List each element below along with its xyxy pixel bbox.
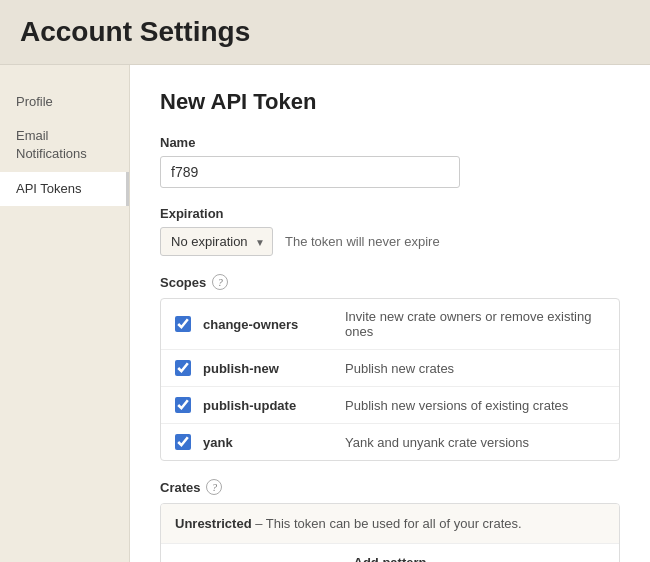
- scope-desc-change-owners: Invite new crate owners or remove existi…: [345, 309, 605, 339]
- main-content: New API Token Name Expiration No expirat…: [130, 65, 650, 562]
- name-group: Name: [160, 135, 620, 188]
- layout: Profile Email Notifications API Tokens N…: [0, 65, 650, 562]
- expiration-hint: The token will never expire: [285, 234, 440, 249]
- add-pattern-button[interactable]: Add pattern: [354, 555, 427, 562]
- crates-info-bold: Unrestricted: [175, 516, 252, 531]
- section-title: New API Token: [160, 89, 620, 115]
- name-input[interactable]: [160, 156, 460, 188]
- name-label: Name: [160, 135, 620, 150]
- scope-name-change-owners: change-owners: [203, 317, 333, 332]
- scope-desc-publish-update: Publish new versions of existing crates: [345, 398, 568, 413]
- add-pattern-row: Add pattern: [161, 544, 619, 562]
- crates-help-icon[interactable]: ?: [206, 479, 222, 495]
- expiration-select-wrapper: No expiration ▼: [160, 227, 273, 256]
- page-header: Account Settings: [0, 0, 650, 65]
- scopes-help-icon[interactable]: ?: [212, 274, 228, 290]
- sidebar-item-profile[interactable]: Profile: [0, 85, 129, 119]
- crates-label: Crates: [160, 480, 200, 495]
- crates-info: Unrestricted – This token can be used fo…: [161, 504, 619, 544]
- scope-checkbox-publish-new[interactable]: [175, 360, 191, 376]
- crates-info-text: – This token can be used for all of your…: [252, 516, 522, 531]
- sidebar: Profile Email Notifications API Tokens: [0, 65, 130, 562]
- expiration-row: No expiration ▼ The token will never exp…: [160, 227, 620, 256]
- crates-section: Crates ? Unrestricted – This token can b…: [160, 479, 620, 562]
- expiration-label: Expiration: [160, 206, 620, 221]
- scope-row-change-owners: change-owners Invite new crate owners or…: [161, 299, 619, 350]
- scope-desc-publish-new: Publish new crates: [345, 361, 454, 376]
- sidebar-item-email-notifications[interactable]: Email Notifications: [0, 119, 129, 171]
- scopes-label: Scopes: [160, 275, 206, 290]
- scope-checkbox-yank[interactable]: [175, 434, 191, 450]
- scope-checkbox-change-owners[interactable]: [175, 316, 191, 332]
- scope-row-publish-update: publish-update Publish new versions of e…: [161, 387, 619, 424]
- expiration-select[interactable]: No expiration: [160, 227, 273, 256]
- scope-desc-yank: Yank and unyank crate versions: [345, 435, 529, 450]
- scope-name-yank: yank: [203, 435, 333, 450]
- expiration-group: Expiration No expiration ▼ The token wil…: [160, 206, 620, 256]
- scope-row-publish-new: publish-new Publish new crates: [161, 350, 619, 387]
- scope-name-publish-update: publish-update: [203, 398, 333, 413]
- scopes-header: Scopes ?: [160, 274, 620, 290]
- page-title: Account Settings: [20, 16, 630, 48]
- scope-checkbox-publish-update[interactable]: [175, 397, 191, 413]
- crates-box: Unrestricted – This token can be used fo…: [160, 503, 620, 562]
- scopes-table: change-owners Invite new crate owners or…: [160, 298, 620, 461]
- scope-name-publish-new: publish-new: [203, 361, 333, 376]
- scope-row-yank: yank Yank and unyank crate versions: [161, 424, 619, 460]
- crates-header: Crates ?: [160, 479, 620, 495]
- scopes-group: Scopes ? change-owners Invite new crate …: [160, 274, 620, 461]
- sidebar-item-api-tokens[interactable]: API Tokens: [0, 172, 129, 206]
